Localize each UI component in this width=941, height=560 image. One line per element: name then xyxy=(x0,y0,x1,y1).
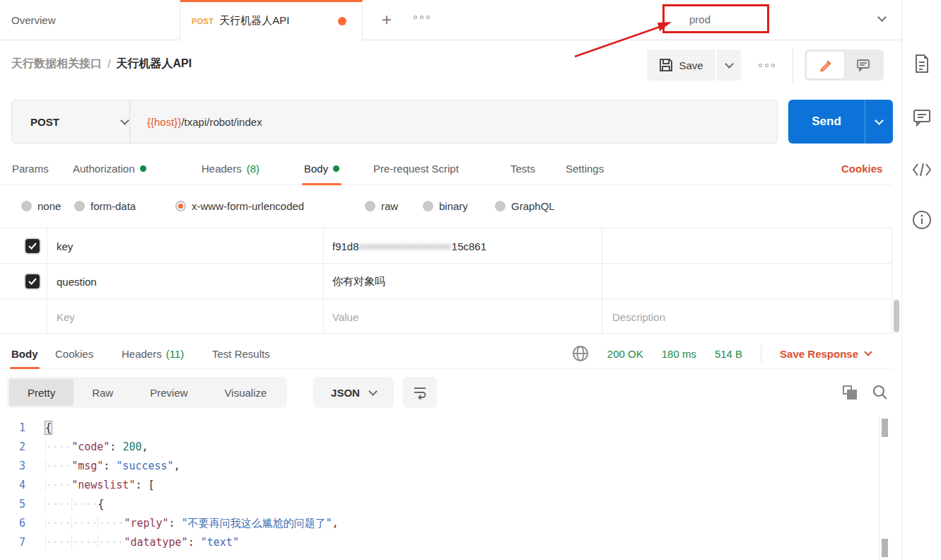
code-token-pun: : xyxy=(103,460,116,472)
send-button-group: Send xyxy=(788,100,893,144)
key-placeholder[interactable]: Key xyxy=(57,299,75,334)
copy-icon xyxy=(847,390,857,399)
response-tab-body[interactable]: Body xyxy=(11,338,38,369)
mode-form-data-label: form-data xyxy=(90,200,136,212)
view-pretty-button[interactable]: Pretty xyxy=(9,379,74,406)
mode-x-www-form-urlencoded[interactable]: x-www-form-urlencoded xyxy=(175,189,304,222)
code-line: 2····"code": 200, xyxy=(0,438,877,457)
globe-icon[interactable] xyxy=(572,345,589,362)
code-scrollbar-thumb[interactable] xyxy=(882,539,888,557)
url-input[interactable]: {{host}}/txapi/robot/index xyxy=(130,116,262,128)
view-raw-button[interactable]: Raw xyxy=(74,379,131,406)
tab-params[interactable]: Params xyxy=(12,151,49,185)
tab-settings[interactable]: Settings xyxy=(566,151,604,185)
tab-headers[interactable]: Headers (8) xyxy=(201,151,259,185)
comments-button[interactable] xyxy=(911,106,933,129)
send-options-button[interactable] xyxy=(865,100,893,144)
code-token-str: "success" xyxy=(116,460,173,472)
code-token-num: 200 xyxy=(122,441,141,453)
view-visualize-button[interactable]: Visualize xyxy=(206,379,286,406)
mode-urlencoded-label: x-www-form-urlencoded xyxy=(192,200,304,212)
status-badge[interactable]: 200 OK xyxy=(607,348,643,360)
send-button[interactable]: Send xyxy=(788,100,865,144)
environment-selector[interactable]: prod xyxy=(689,0,711,38)
value-placeholder[interactable]: Value xyxy=(332,299,358,334)
documentation-button[interactable] xyxy=(911,52,933,75)
breadcrumb-request-name[interactable]: 天行机器人API xyxy=(116,57,192,71)
mode-none[interactable]: none xyxy=(21,189,61,222)
cookies-link[interactable]: Cookies xyxy=(841,151,882,185)
mode-form-data[interactable]: form-data xyxy=(74,189,136,222)
code-scrollbar-thumb[interactable] xyxy=(882,419,888,437)
response-tab-cookies[interactable]: Cookies xyxy=(55,338,93,369)
request-tabs: Params Authorization Headers (8) Body Pr… xyxy=(0,151,892,185)
param-key-cell[interactable]: key xyxy=(57,228,73,264)
comment-mode-button[interactable] xyxy=(844,52,882,78)
code-token-pun: , xyxy=(332,517,339,530)
meta-divider xyxy=(761,345,761,362)
code-token-pun: { xyxy=(98,498,104,511)
value-suffix: 15c861 xyxy=(452,240,486,252)
format-selected-label: JSON xyxy=(331,387,360,399)
code-line: 1{ xyxy=(0,419,877,438)
view-preview-button[interactable]: Preview xyxy=(131,379,206,406)
param-key-cell[interactable]: question xyxy=(57,264,97,299)
method-selector[interactable]: POST xyxy=(12,100,129,143)
search-response-button[interactable] xyxy=(872,384,889,404)
breadcrumb-collection[interactable]: 天行数据相关接口 xyxy=(11,57,102,71)
environment-chevron-down-icon[interactable] xyxy=(877,13,887,22)
response-headers-count: (11) xyxy=(166,348,185,360)
value-masked-segment: ••••••••••••••••••••• xyxy=(359,240,452,252)
request-more-actions-button[interactable] xyxy=(751,49,782,81)
line-number: 7 xyxy=(0,533,45,552)
mode-none-label: none xyxy=(37,200,61,212)
mode-binary[interactable]: binary xyxy=(423,189,468,222)
row-checkbox-checked[interactable] xyxy=(25,274,40,288)
code-token-ind: ···· xyxy=(45,460,71,472)
mode-raw-label: raw xyxy=(381,200,398,212)
code-snippet-button[interactable] xyxy=(911,158,933,181)
tab-authorization-label: Authorization xyxy=(73,163,135,175)
response-time[interactable]: 180 ms xyxy=(662,348,696,360)
param-value-cell[interactable]: 你有对象吗 xyxy=(332,264,385,299)
dot-icon xyxy=(414,16,417,19)
tab-authorization[interactable]: Authorization xyxy=(73,151,146,185)
tab-overview[interactable]: Overview xyxy=(0,0,180,40)
response-tab-headers[interactable]: Headers (11) xyxy=(122,338,184,369)
save-button[interactable]: Save xyxy=(647,49,715,81)
wrap-lines-button[interactable] xyxy=(403,377,437,408)
new-tab-button[interactable]: + xyxy=(376,9,397,30)
edit-mode-button[interactable] xyxy=(807,52,844,78)
save-response-button[interactable]: Save Response xyxy=(780,348,871,360)
tab-pre-request-script[interactable]: Pre-request Script xyxy=(373,151,459,185)
tab-body[interactable]: Body xyxy=(304,151,339,185)
info-button[interactable] xyxy=(911,209,933,231)
mode-graphql[interactable]: GraphQL xyxy=(495,189,555,222)
table-scrollbar-thumb[interactable] xyxy=(894,300,899,332)
code-token-pun: : [ xyxy=(135,479,154,491)
row-checkbox-checked[interactable] xyxy=(25,239,40,253)
description-placeholder[interactable]: Description xyxy=(612,299,665,334)
copy-response-button[interactable] xyxy=(843,385,858,401)
response-body-json[interactable]: 1{2····"code": 200,3····"msg": "success"… xyxy=(0,419,877,560)
tab-tests[interactable]: Tests xyxy=(510,151,535,185)
code-token-key: "code" xyxy=(71,441,110,453)
mode-raw[interactable]: raw xyxy=(365,189,398,222)
tab-options-menu-button[interactable] xyxy=(414,16,430,19)
code-token-pun: : xyxy=(110,441,122,453)
tab-request-active[interactable]: POST 天行机器人API xyxy=(180,0,363,41)
tab-params-label: Params xyxy=(12,163,49,175)
search-icon xyxy=(872,384,889,401)
url-host-variable: {{host}} xyxy=(147,116,181,128)
code-line: 5········{ xyxy=(0,495,877,514)
param-value-cell[interactable]: f91d8•••••••••••••••••••••15c861 xyxy=(332,228,486,264)
save-options-button[interactable] xyxy=(717,49,741,81)
code-token-ind: ···· xyxy=(45,517,71,530)
response-tab-test-results[interactable]: Test Results xyxy=(212,338,270,369)
radio-icon xyxy=(365,201,375,211)
response-size[interactable]: 514 B xyxy=(715,348,742,360)
response-format-selector[interactable]: JSON xyxy=(313,377,394,408)
line-number: 1 xyxy=(0,419,45,438)
code-token-cur: { xyxy=(45,421,52,434)
code-token-ind: ···· xyxy=(45,536,71,549)
